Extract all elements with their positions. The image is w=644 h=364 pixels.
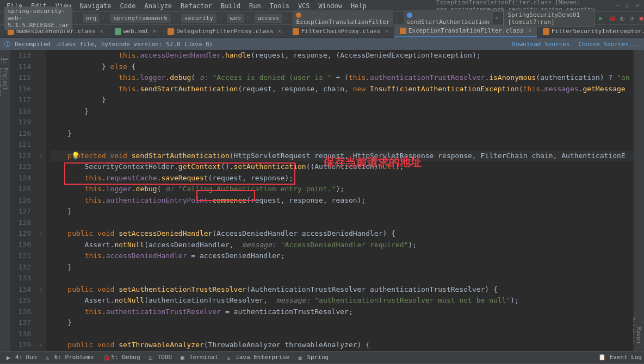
- code-line-132[interactable]: }: [51, 262, 633, 273]
- terminal-icon: ▣: [181, 354, 187, 361]
- event-log-button[interactable]: 📋 Event Log: [598, 354, 642, 361]
- code-line-137[interactable]: }: [51, 317, 633, 329]
- code-line-134[interactable]: public void setAuthenticationTrustResolv…: [51, 284, 633, 296]
- code-line-119[interactable]: [51, 117, 633, 128]
- todo-icon: ☑: [149, 354, 156, 361]
- 5: debug-icon: 🐞: [103, 354, 109, 361]
- tool-7-structure[interactable]: 7: Structure: [0, 58, 2, 343]
- tool-1-project[interactable]: 1: Project: [2, 58, 8, 343]
- crumb-6[interactable]: ExceptionTranslationFilter: [293, 10, 393, 27]
- back-icon[interactable]: ↶: [495, 15, 499, 22]
- minimize-icon[interactable]: —: [614, 2, 622, 10]
- choose-sources-link[interactable]: Choose Sources...: [578, 41, 640, 48]
- btab-4-run[interactable]: ▶4: Run: [2, 353, 41, 362]
- code-line-138[interactable]: [51, 329, 633, 340]
- stop-icon[interactable]: ■: [640, 15, 644, 22]
- spring-icon: ✿: [298, 354, 305, 361]
- btab-terminal[interactable]: ▣Terminal: [176, 353, 222, 362]
- 6: problems-icon: ⚠: [46, 354, 52, 361]
- code-line-115[interactable]: this.logger.debug( o: "Access is denied …: [51, 72, 633, 84]
- banner-text: Decompiled .class file, bytecode version…: [15, 41, 213, 48]
- code-line-125[interactable]: this.logger.debug( o: "Calling Authentic…: [51, 184, 633, 195]
- debug-icon[interactable]: 🐞: [609, 15, 616, 22]
- btab-5-debug[interactable]: 🐞5: Debug: [98, 353, 145, 362]
- decompile-banner: ⓘ Decompiled .class file, bytecode versi…: [0, 38, 644, 50]
- run-config-select[interactable]: SpringSecurityDemo01 [tomcat7:run]: [503, 10, 595, 27]
- download-sources-link[interactable]: Download Sources: [512, 41, 569, 48]
- 4: run-icon: ▶: [7, 354, 13, 361]
- crumb-5[interactable]: access: [255, 14, 283, 23]
- bottom-tool-tabs: ▶4: Run⚠6: Problems🐞5: Debug☑TODO▣Termin…: [0, 351, 644, 363]
- crumb-1[interactable]: org: [83, 14, 100, 23]
- crumb-2[interactable]: springframework: [110, 14, 170, 23]
- close-icon[interactable]: ✕: [633, 2, 642, 10]
- code-line-120[interactable]: }: [51, 128, 633, 140]
- intention-bulb-icon[interactable]: 💡: [71, 150, 80, 162]
- fold-gutter[interactable]: ⊖ ⊖ ⊖ ⊖: [35, 50, 46, 351]
- code-line-113[interactable]: this.accessDeniedHandler.handle(request,…: [51, 50, 633, 61]
- code-line-136[interactable]: this.authenticationTrustResolver = authe…: [51, 306, 633, 318]
- code-line-117[interactable]: }: [51, 95, 633, 106]
- crumb-3[interactable]: security: [181, 14, 216, 23]
- btab-todo[interactable]: ☑TODO: [145, 353, 177, 362]
- breadcrumb-bar: spring-security-web-5.1.5.RELEASE.jar〉or…: [0, 12, 644, 25]
- code-editor[interactable]: 1131141151161171181191201211221231241251…: [11, 50, 633, 351]
- code-line-131[interactable]: this.accessDeniedHandler = accessDeniedH…: [51, 250, 633, 262]
- code-line-127[interactable]: }: [51, 206, 633, 217]
- profile-icon[interactable]: ◔: [630, 15, 635, 22]
- maximize-icon[interactable]: ▢: [623, 2, 632, 10]
- code-line-124[interactable]: this.requestCache.saveRequest(request, r…: [51, 173, 633, 184]
- info-icon: ⓘ: [4, 40, 10, 48]
- btab-java-enterprise[interactable]: ☕Java Enterprise: [222, 353, 294, 362]
- tool-maven[interactable]: Maven: [636, 58, 642, 343]
- code-line-135[interactable]: Assert.notNull(authenticationTrustResolv…: [51, 295, 633, 306]
- code-line-118[interactable]: }: [51, 106, 633, 117]
- annotation-text: 保存当前请求的地址: [324, 156, 422, 168]
- code-line-130[interactable]: Assert.notNull(accessDeniedHandler, mess…: [51, 240, 633, 251]
- coverage-icon[interactable]: ◧: [621, 15, 626, 22]
- btab-6-problems[interactable]: ⚠6: Problems: [41, 353, 98, 362]
- code-line-129[interactable]: public void setAccessDeniedHandler(Acces…: [51, 228, 633, 240]
- code-line-116[interactable]: this.sendStartAuthentication(request, re…: [51, 84, 633, 95]
- code-line-121[interactable]: [51, 139, 633, 150]
- line-gutter: 1131141151161171181191201211221231241251…: [11, 50, 35, 351]
- code-line-133[interactable]: [51, 273, 633, 284]
- run-icon[interactable]: ▶: [599, 15, 604, 22]
- code-line-139[interactable]: public void setThrowableAnalyzer(Throwab…: [51, 340, 633, 351]
- code-line-126[interactable]: this.authenticationEntryPoint.commence(r…: [51, 195, 633, 206]
- code-line-128[interactable]: [51, 217, 633, 229]
- btab-spring[interactable]: ✿Spring: [294, 353, 333, 362]
- file-icon: [543, 28, 549, 35]
- code-content[interactable]: this.accessDeniedHandler.handle(request,…: [46, 50, 633, 351]
- code-line-114[interactable]: } else {: [51, 61, 633, 73]
- left-tool-strip[interactable]: 1: Project7: Structure2: FavoritesWeb: [0, 50, 11, 351]
- crumb-0[interactable]: spring-security-web-5.1.5.RELEASE.jar: [4, 7, 72, 30]
- java enterprise-icon: ☕: [227, 354, 233, 361]
- tab-close-icon[interactable]: ×: [528, 28, 531, 34]
- right-tool-strip[interactable]: MavenDatabase: [633, 50, 644, 351]
- crumb-4[interactable]: web: [227, 14, 244, 23]
- crumb-7[interactable]: sendStartAuthentication: [404, 10, 493, 27]
